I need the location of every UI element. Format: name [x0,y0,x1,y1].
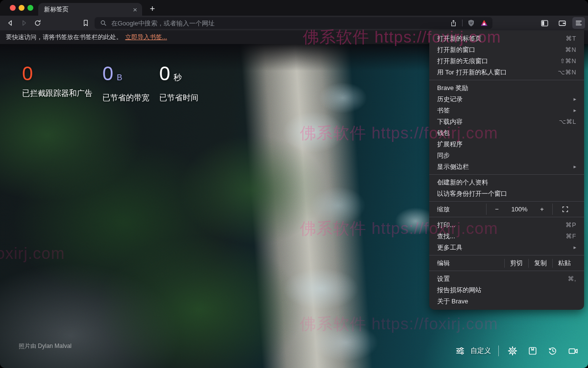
import-bookmarks-link[interactable]: 立即导入书签... [125,33,167,42]
brave-shield-icon[interactable] [467,19,475,27]
address-input[interactable] [111,20,449,27]
menu-item-show-sidebar[interactable]: 显示侧边栏▸ [429,161,584,172]
show-sidebar-button[interactable] [538,17,551,29]
bookmarks-notice: 要快速访问，请将书签放在书签栏的此处。 [6,33,122,42]
wallet-button[interactable] [556,17,568,29]
submenu-arrow-icon: ▸ [573,163,576,170]
menu-item-guest-window[interactable]: 以访客身份打开一个窗口 [429,188,584,199]
browser-window: 新标签页 × + [0,0,588,368]
shield-stats: 0 已拦截跟踪器和广告 0B 已节省的带宽 0秒 已节省时间 [22,63,198,103]
settings-button[interactable] [506,345,519,357]
edit-cut-button[interactable]: 剪切 [504,259,528,268]
minimize-window-button[interactable] [19,5,24,11]
tab-new-tab[interactable]: 新标签页 × [38,3,142,16]
video-camera-icon [567,345,579,357]
menu-item-bookmarks[interactable]: 书签▸ [429,105,584,116]
reload-icon [33,19,42,27]
history-button[interactable] [546,345,559,357]
menu-item-wallet[interactable]: 钱包 [429,127,584,138]
menu-item-about-brave[interactable]: 关于 Brave [429,296,584,307]
menu-item-edit: 编辑 剪切 复制 粘贴 [429,257,584,269]
photo-credit: 照片由 Dylan Malval [19,342,72,350]
back-button[interactable] [4,17,17,29]
menu-separator [429,201,584,202]
bookmarks-widget-button[interactable] [526,345,539,357]
stat-unit: B [117,67,122,89]
zoom-level: 100% [506,206,533,213]
menu-item-downloads[interactable]: 下载内容⌥⌘L [429,116,584,127]
sidebar-icon [540,19,549,28]
stat-value: 0 [159,63,171,84]
menu-item-report-broken-site[interactable]: 报告损坏的网站 [429,284,584,296]
submenu-arrow-icon: ▸ [573,107,576,114]
menu-separator [429,80,584,80]
stat-time-saved: 0秒 已节省时间 [159,63,198,103]
wallet-icon [558,19,567,28]
submenu-arrow-icon: ▸ [573,244,576,251]
menu-item-new-window[interactable]: 打开新的窗口⌘N [429,44,584,55]
main-menu-button[interactable] [572,17,585,29]
controls-divider [498,345,499,356]
brave-rewards-triangle-icon[interactable] [480,19,489,27]
bookmark-this-tab-button[interactable] [79,17,92,29]
stat-label: 已节省时间 [159,93,198,103]
menu-item-extensions[interactable]: 扩展程序 [429,138,584,150]
menu-item-print[interactable]: 打印...⌘P [429,219,584,230]
stat-label: 已节省的带宽 [102,93,149,103]
menu-separator [429,174,584,175]
forward-icon [20,19,28,27]
customize-button[interactable]: 自定义 [455,345,491,356]
edit-copy-button[interactable]: 复制 [528,259,552,268]
hamburger-menu-icon [574,19,583,27]
stat-label: 已拦截跟踪器和广告 [22,89,93,99]
bookmark-icon [81,19,90,27]
sliders-icon [455,345,466,356]
search-icon [99,19,107,27]
gear-icon [507,345,518,356]
fullscreen-icon [562,206,569,213]
close-window-button[interactable] [10,5,16,11]
new-tab-controls: 自定义 [455,345,579,357]
share-icon[interactable] [449,19,458,27]
stat-bandwidth-saved: 0B 已节省的带宽 [102,63,149,103]
history-clock-icon [547,345,558,356]
fullscreen-button[interactable] [554,206,576,213]
menu-item-brave-rewards[interactable]: Brave 奖励 [429,82,584,93]
zoom-out-button[interactable]: − [488,206,506,213]
background-video-button[interactable] [566,345,579,357]
browser-main-menu: 打开新的标签页⌘T 打开新的窗口⌘N 打开新的无痕窗口⇧⌘N 用 Tor 打开新… [429,30,584,310]
menu-item-new-profile[interactable]: 创建新的个人资料 [429,177,584,188]
menu-item-settings[interactable]: 设置⌘, [429,273,584,284]
zoom-in-button[interactable]: + [533,206,551,213]
tab-title: 新标签页 [44,5,132,14]
menu-separator [429,271,584,271]
navigation-toolbar [0,16,588,30]
new-tab-button[interactable]: + [147,4,158,14]
submenu-arrow-icon: ▸ [573,96,576,102]
forward-button[interactable] [18,17,30,29]
customize-label: 自定义 [470,346,491,355]
menu-separator [429,255,584,255]
menu-item-history[interactable]: 历史记录▸ [429,93,584,105]
menu-item-sync[interactable]: 同步 [429,150,584,161]
reload-button[interactable] [31,17,44,29]
title-bar: 新标签页 × + [0,0,588,16]
menu-item-find[interactable]: 查找...⌘F [429,230,584,242]
tab-close-icon[interactable]: × [132,6,138,13]
back-icon [6,19,15,27]
menu-item-more-tools[interactable]: 更多工具▸ [429,242,584,253]
menu-separator [429,217,584,217]
address-bar-divider [462,20,463,26]
stat-value: 0 [22,63,33,84]
edit-paste-button[interactable]: 粘贴 [552,259,576,268]
zoom-window-button[interactable] [27,5,33,11]
stat-value: 0 [102,63,114,84]
address-bar[interactable] [95,17,492,29]
stat-trackers-blocked: 0 已拦截跟踪器和广告 [22,63,93,103]
menu-item-new-tor-window[interactable]: 用 Tor 打开新的私人窗口⌥⌘N [429,67,584,78]
menu-item-new-tab[interactable]: 打开新的标签页⌘T [429,33,584,44]
stat-unit: 秒 [173,67,182,89]
menu-item-new-incognito-window[interactable]: 打开新的无痕窗口⇧⌘N [429,55,584,67]
book-bookmark-icon [527,345,538,356]
menu-item-zoom: 缩放 − 100% + [429,204,584,215]
